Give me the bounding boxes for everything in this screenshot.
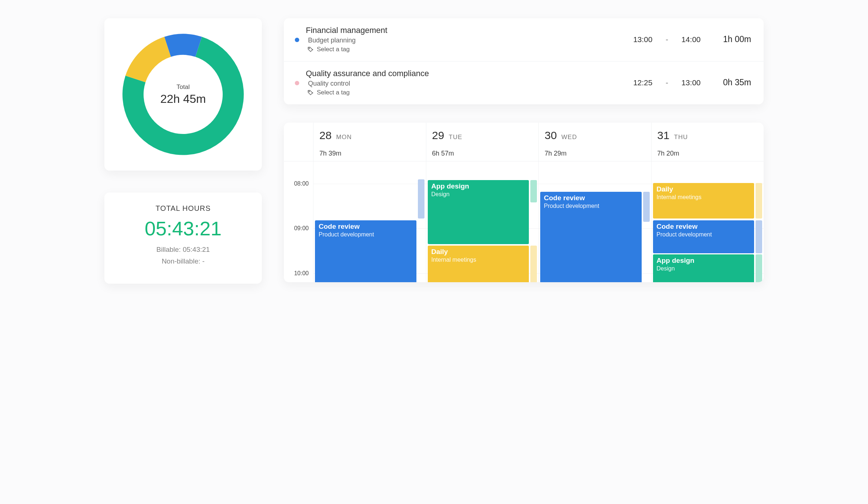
calendar-event-title: App design [657, 257, 751, 265]
calendar-event-minibar [756, 254, 762, 282]
calendar-event-title: Code review [657, 223, 751, 231]
calendar-day-number: 29 [432, 129, 444, 142]
total-hours-card: TOTAL HOURS 05:43:21 Billable: 05:43:21 … [104, 193, 262, 284]
calendar-day-column[interactable]: Code review Product development [313, 161, 426, 282]
entry-subtitle: Budget planning [308, 37, 627, 44]
entry-start: 13:00 [633, 35, 653, 44]
select-tag-button[interactable]: Select a tag [307, 89, 627, 96]
calendar-event-minibar [530, 246, 537, 282]
entry-time-range[interactable]: 13:00 - 14:00 [633, 35, 701, 44]
select-tag-label: Select a tag [317, 46, 350, 53]
time-entries-card: Financial management Budget planning Sel… [284, 18, 764, 104]
entry-title: Financial management [306, 26, 627, 35]
calendar-day-dow: THU [674, 134, 688, 141]
calendar-event[interactable]: Daily Internal meetings [653, 183, 754, 219]
nonbillable-line: Non-billable: - [115, 257, 252, 265]
calendar-event-minibar [756, 220, 762, 253]
total-hours-value: 05:43:21 [115, 217, 252, 240]
entry-dash: - [665, 78, 668, 87]
calendar-event[interactable]: Daily Internal meetings [428, 246, 529, 282]
calendar-event-minibar [418, 179, 424, 219]
calendar-day-total: 7h 39m [319, 150, 420, 157]
total-hours-title: TOTAL HOURS [115, 204, 252, 213]
entry-end: 14:00 [681, 35, 701, 44]
donut-total-label: Total [177, 83, 190, 91]
calendar-event-title: Code review [319, 223, 413, 231]
calendar-event-subtitle: Product development [544, 203, 638, 209]
calendar-day-total: 7h 20m [657, 150, 758, 157]
svg-point-1 [309, 91, 309, 92]
tag-icon [307, 89, 314, 96]
calendar-day-total: 6h 57m [432, 150, 533, 157]
calendar-event[interactable]: App design Design [428, 180, 529, 244]
calendar-event-title: Code review [544, 194, 638, 202]
donut-chart: Total 22h 45m [117, 29, 249, 160]
calendar-event-subtitle: Product development [657, 231, 751, 238]
calendar-day-column[interactable]: App design Design Daily Internal meeting… [426, 161, 539, 282]
entry-end: 13:00 [681, 78, 701, 87]
entry-start: 12:25 [633, 78, 653, 87]
calendar-day-column[interactable]: Daily Internal meetings Code review Prod… [651, 161, 764, 282]
calendar-day-total: 7h 29m [545, 150, 645, 157]
calendar-event[interactable]: Code review Product development [540, 192, 642, 282]
donut-chart-card: Total 22h 45m [104, 18, 262, 171]
calendar-event-subtitle: Product development [319, 231, 413, 238]
entry-subtitle: Quality control [308, 80, 627, 87]
calendar-day-dow: MON [336, 134, 352, 141]
calendar-event-title: Daily [431, 248, 526, 256]
billable-line: Billable: 05:43:21 [115, 246, 252, 254]
time-entry-row[interactable]: Quality assurance and compliance Quality… [284, 61, 764, 104]
calendar-event-minibar [756, 183, 762, 219]
calendar-event-minibar [530, 180, 537, 202]
calendar-event-subtitle: Internal meetings [431, 257, 526, 263]
calendar-card: 28 MON 7h 39m 29 TUE 6h 57m 30 WED 7h 29… [284, 123, 764, 282]
calendar-day-number: 30 [545, 129, 557, 142]
calendar-time-label: 10:00 [294, 270, 309, 277]
calendar-day-number: 31 [657, 129, 669, 142]
calendar-day-header[interactable]: 29 TUE 6h 57m [426, 123, 539, 161]
calendar-time-label: 08:00 [294, 180, 309, 187]
calendar-day-dow: WED [561, 134, 577, 141]
calendar-event-title: Daily [657, 185, 751, 193]
entry-duration: 0h 35m [707, 78, 751, 87]
calendar-time-label: 09:00 [294, 225, 309, 232]
select-tag-label: Select a tag [317, 89, 350, 96]
calendar-event[interactable]: App design Design [653, 254, 754, 282]
calendar-event-subtitle: Internal meetings [657, 194, 751, 201]
calendar-event[interactable]: Code review Product development [653, 220, 754, 253]
project-color-dot [295, 38, 299, 42]
calendar-event-minibar [643, 192, 650, 222]
calendar-day-number: 28 [319, 129, 331, 142]
calendar-day-header[interactable]: 30 WED 7h 29m [538, 123, 651, 161]
svg-point-0 [309, 48, 309, 49]
donut-total-value: 22h 45m [160, 92, 206, 106]
calendar-day-header[interactable]: 31 THU 7h 20m [651, 123, 764, 161]
calendar-event-subtitle: Design [431, 191, 526, 198]
calendar-day-header[interactable]: 28 MON 7h 39m [313, 123, 426, 161]
time-entry-row[interactable]: Financial management Budget planning Sel… [284, 18, 764, 61]
entry-title: Quality assurance and compliance [306, 69, 627, 78]
entry-duration: 1h 00m [707, 34, 751, 44]
entry-time-range[interactable]: 12:25 - 13:00 [633, 78, 701, 87]
calendar-day-dow: TUE [449, 134, 462, 141]
project-color-dot [295, 81, 299, 85]
tag-icon [307, 46, 314, 53]
calendar-event-subtitle: Design [657, 265, 751, 272]
entry-dash: - [665, 35, 668, 44]
calendar-header-spacer [284, 123, 313, 161]
calendar-time-column: 08:0009:0010:00 [284, 161, 313, 282]
calendar-event[interactable]: Code review Product development [315, 220, 416, 282]
select-tag-button[interactable]: Select a tag [307, 46, 627, 53]
calendar-event-title: App design [431, 182, 526, 190]
calendar-day-column[interactable]: Code review Product development [538, 161, 651, 282]
